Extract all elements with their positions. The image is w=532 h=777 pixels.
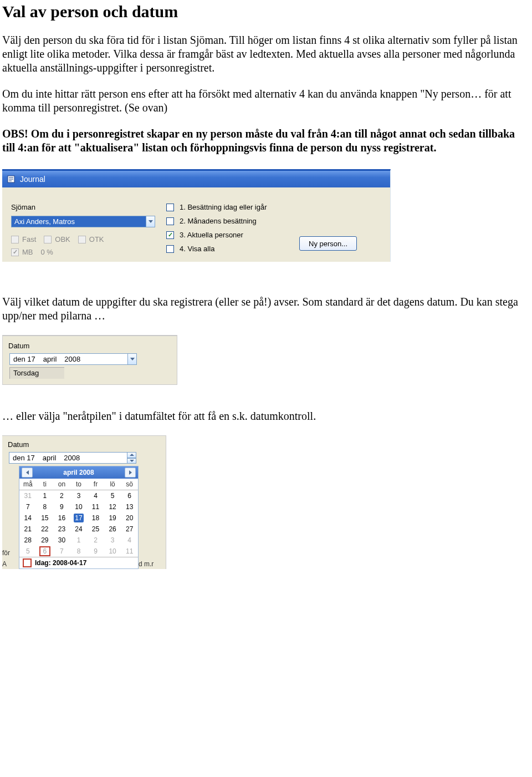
otk-label: OTK xyxy=(89,235,104,243)
chevron-left-icon xyxy=(26,470,29,475)
cal-dow: fr xyxy=(87,479,104,490)
otk-checkbox xyxy=(78,236,86,243)
date-label: Datum xyxy=(8,342,169,350)
today-marker-icon xyxy=(23,558,32,567)
date-spin-down[interactable] xyxy=(127,458,136,464)
sjoman-label: Sjöman xyxy=(11,203,155,211)
cal-date-select[interactable]: den 17 april 2008 xyxy=(9,452,136,464)
cal-day[interactable]: 19 xyxy=(104,512,121,524)
cal-footer-text[interactable]: Idag: 2008-04-17 xyxy=(35,559,86,567)
cal-day[interactable]: 5 xyxy=(104,490,121,502)
sjoman-selected: Axi Anders, Matros xyxy=(11,216,146,227)
cal-day[interactable]: 10 xyxy=(70,501,88,512)
date-panel: Datum den 17 april 2008 Torsdag xyxy=(2,335,177,385)
cal-day[interactable]: 13 xyxy=(121,501,138,512)
cal-day[interactable]: 25 xyxy=(87,524,104,535)
cal-day[interactable]: 6 xyxy=(37,546,54,557)
cal-day[interactable]: 3 xyxy=(70,490,88,502)
cal-day[interactable]: 27 xyxy=(121,524,138,535)
cal-day[interactable]: 4 xyxy=(87,490,104,502)
cal-day[interactable]: 2 xyxy=(87,535,104,546)
cal-day[interactable]: 24 xyxy=(70,524,88,535)
date-dropdown-button[interactable] xyxy=(127,353,137,365)
opt2-checkbox[interactable] xyxy=(166,217,174,225)
cal-day[interactable]: 20 xyxy=(121,512,138,524)
cal-day[interactable]: 22 xyxy=(37,524,54,535)
cal-day[interactable]: 12 xyxy=(104,501,121,512)
cal-day[interactable]: 9 xyxy=(87,546,104,557)
cal-day[interactable]: 1 xyxy=(70,535,88,546)
opt1-label: 1. Besättning idag eller igår xyxy=(180,203,267,211)
journal-titlebar: Journal xyxy=(2,171,390,187)
new-person-button[interactable]: Ny person... xyxy=(299,236,357,251)
cal-day[interactable]: 7 xyxy=(19,501,37,512)
opt3-checkbox[interactable] xyxy=(166,231,174,239)
cal-day[interactable]: 26 xyxy=(104,524,121,535)
cal-day[interactable]: 1 xyxy=(37,490,54,502)
date-spin-up[interactable] xyxy=(127,452,136,458)
paragraph-1: Välj den person du ska föra tid för i li… xyxy=(2,33,526,75)
mb-checkbox xyxy=(11,248,19,256)
cal-dow: on xyxy=(53,479,70,490)
cal-dow: to xyxy=(70,479,88,490)
paragraph-obs: OBS! Om du i personregistret skapar en n… xyxy=(2,127,526,155)
sjoman-dropdown-button[interactable] xyxy=(146,216,155,227)
obs-body: Om du i personregistret skapar en ny per… xyxy=(2,128,515,154)
obs-lead: OBS! xyxy=(2,128,31,140)
cal-day[interactable]: 8 xyxy=(37,501,54,512)
opt4-checkbox[interactable] xyxy=(166,245,174,253)
opt1-checkbox[interactable] xyxy=(166,204,174,211)
cal-day[interactable]: 11 xyxy=(87,501,104,512)
cal-prev-button[interactable] xyxy=(22,468,33,478)
cal-day[interactable]: 7 xyxy=(53,546,70,557)
cal-day[interactable]: 3 xyxy=(104,535,121,546)
cal-day[interactable]: 28 xyxy=(19,535,37,546)
cal-dow: lö xyxy=(104,479,121,490)
chevron-down-icon xyxy=(130,358,135,360)
calendar-panel: Datum den 17 april 2008 för A april 2008 xyxy=(2,435,166,569)
cal-day[interactable]: 10 xyxy=(104,546,121,557)
cal-day[interactable]: 15 xyxy=(37,512,54,524)
chevron-down-icon xyxy=(130,460,134,462)
date-select[interactable]: den 17 april 2008 xyxy=(9,353,137,365)
sjoman-select[interactable]: Axi Anders, Matros xyxy=(11,216,155,227)
cal-day[interactable]: 21 xyxy=(19,524,37,535)
obk-checkbox xyxy=(44,236,52,243)
date-year: 2008 xyxy=(64,354,80,364)
cal-day[interactable]: 8 xyxy=(70,546,88,557)
cal-day[interactable]: 9 xyxy=(53,501,70,512)
date-weekday: Torsdag xyxy=(9,367,64,379)
cal-next-button[interactable] xyxy=(125,468,136,478)
cal-day[interactable]: 6 xyxy=(121,490,138,502)
cal-day[interactable]: 23 xyxy=(53,524,70,535)
cal-day[interactable]: 16 xyxy=(53,512,70,524)
journal-icon xyxy=(7,175,16,184)
cal-day[interactable]: 5 xyxy=(19,546,37,557)
cal-day[interactable]: 30 xyxy=(53,535,70,546)
cal-date-label: Datum xyxy=(8,440,158,449)
cal-day[interactable]: 31 xyxy=(19,490,37,502)
chevron-up-icon xyxy=(130,454,134,456)
opt4-label: 4. Visa alla xyxy=(180,245,214,253)
cal-day[interactable]: 18 xyxy=(87,512,104,524)
cal-day[interactable]: 4 xyxy=(121,535,138,546)
page-title: Val av person och datum xyxy=(2,2,526,21)
paragraph-2: Om du inte hittar rätt person ens efter … xyxy=(2,87,526,115)
paragraph-3: Välj vilket datum de uppgifter du ska re… xyxy=(2,295,526,323)
cal-dow: må xyxy=(19,479,37,490)
mb-label: MB xyxy=(22,248,33,256)
opt2-label: 2. Månadens besättning xyxy=(180,217,257,225)
fast-label: Fast xyxy=(22,235,36,243)
cal-day[interactable]: 11 xyxy=(121,546,138,557)
date-day: den 17 xyxy=(13,354,35,364)
opt3-label: 3. Aktuella personer xyxy=(180,231,243,239)
cal-title: april 2008 xyxy=(63,469,94,476)
cal-day[interactable]: 2 xyxy=(53,490,70,502)
obk-label: OBK xyxy=(55,235,70,243)
cal-day[interactable]: 29 xyxy=(37,535,54,546)
cal-date-year: 2008 xyxy=(64,453,80,463)
pct-label: 0 % xyxy=(41,248,53,256)
cal-date-month: april xyxy=(43,453,57,463)
cal-day[interactable]: 14 xyxy=(19,512,37,524)
cal-day[interactable]: 17 xyxy=(70,512,88,524)
